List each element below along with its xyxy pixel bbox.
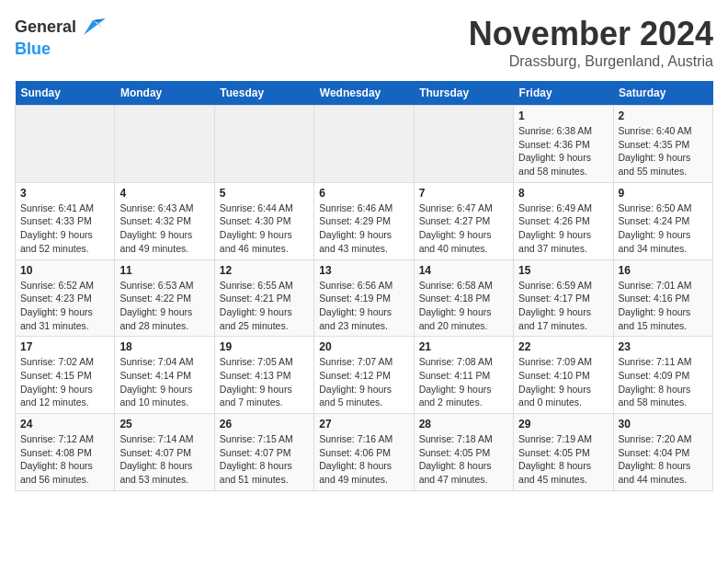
calendar-day-cell bbox=[314, 106, 414, 183]
weekday-header-row: SundayMondayTuesdayWednesdayThursdayFrid… bbox=[16, 81, 713, 106]
day-number: 11 bbox=[119, 264, 209, 277]
day-number: 16 bbox=[619, 264, 708, 277]
calendar-week-row: 24Sunrise: 7:12 AMSunset: 4:08 PMDayligh… bbox=[16, 414, 713, 491]
calendar-day-cell: 14Sunrise: 6:58 AMSunset: 4:18 PMDayligh… bbox=[414, 259, 513, 337]
calendar-day-cell: 22Sunrise: 7:09 AMSunset: 4:10 PMDayligh… bbox=[514, 337, 613, 414]
day-details: Sunrise: 7:01 AMSunset: 4:16 PMDaylight:… bbox=[619, 279, 708, 333]
day-number: 30 bbox=[619, 418, 708, 431]
calendar-day-cell: 24Sunrise: 7:12 AMSunset: 4:08 PMDayligh… bbox=[16, 414, 115, 491]
calendar-day-cell: 2Sunrise: 6:40 AMSunset: 4:35 PMDaylight… bbox=[613, 106, 712, 183]
day-details: Sunrise: 6:47 AMSunset: 4:27 PMDaylight:… bbox=[419, 201, 508, 256]
day-number: 12 bbox=[220, 264, 309, 277]
location-subtitle: Drassburg, Burgenland, Austria bbox=[469, 53, 713, 70]
day-details: Sunrise: 7:14 AMSunset: 4:07 PMDaylight:… bbox=[119, 432, 209, 487]
calendar-day-cell: 25Sunrise: 7:14 AMSunset: 4:07 PMDayligh… bbox=[115, 414, 214, 491]
weekday-header-cell: Monday bbox=[115, 81, 214, 106]
day-details: Sunrise: 7:12 AMSunset: 4:08 PMDaylight:… bbox=[20, 432, 109, 487]
calendar-day-cell: 19Sunrise: 7:05 AMSunset: 4:13 PMDayligh… bbox=[214, 337, 313, 414]
day-details: Sunrise: 6:58 AMSunset: 4:18 PMDaylight:… bbox=[419, 279, 508, 333]
calendar-day-cell: 9Sunrise: 6:50 AMSunset: 4:24 PMDaylight… bbox=[613, 182, 712, 259]
day-details: Sunrise: 7:08 AMSunset: 4:11 PMDaylight:… bbox=[419, 355, 508, 409]
day-number: 26 bbox=[220, 418, 309, 431]
day-number: 25 bbox=[119, 418, 209, 431]
day-details: Sunrise: 7:07 AMSunset: 4:12 PMDaylight:… bbox=[319, 355, 408, 409]
day-details: Sunrise: 6:53 AMSunset: 4:22 PMDaylight:… bbox=[119, 279, 209, 333]
day-details: Sunrise: 7:20 AMSunset: 4:04 PMDaylight:… bbox=[619, 432, 708, 487]
day-details: Sunrise: 7:02 AMSunset: 4:15 PMDaylight:… bbox=[20, 355, 109, 409]
calendar-day-cell bbox=[115, 106, 214, 183]
logo-blue-text: Blue bbox=[15, 40, 106, 59]
calendar-day-cell: 6Sunrise: 6:46 AMSunset: 4:29 PMDaylight… bbox=[314, 182, 414, 259]
day-number: 9 bbox=[619, 187, 708, 200]
day-number: 1 bbox=[518, 109, 608, 122]
day-number: 7 bbox=[419, 187, 508, 200]
day-number: 27 bbox=[319, 418, 408, 431]
day-details: Sunrise: 6:46 AMSunset: 4:29 PMDaylight:… bbox=[319, 201, 408, 256]
day-number: 18 bbox=[119, 340, 209, 353]
weekday-header-cell: Thursday bbox=[414, 81, 513, 106]
day-details: Sunrise: 7:19 AMSunset: 4:05 PMDaylight:… bbox=[518, 432, 608, 487]
calendar-day-cell: 12Sunrise: 6:55 AMSunset: 4:21 PMDayligh… bbox=[214, 259, 313, 337]
calendar-day-cell: 20Sunrise: 7:07 AMSunset: 4:12 PMDayligh… bbox=[314, 337, 414, 414]
day-details: Sunrise: 6:52 AMSunset: 4:23 PMDaylight:… bbox=[20, 279, 109, 333]
day-details: Sunrise: 6:55 AMSunset: 4:21 PMDaylight:… bbox=[220, 279, 309, 333]
calendar-table: SundayMondayTuesdayWednesdayThursdayFrid… bbox=[15, 81, 713, 491]
day-details: Sunrise: 6:44 AMSunset: 4:30 PMDaylight:… bbox=[220, 201, 309, 256]
calendar-day-cell bbox=[414, 106, 513, 183]
calendar-day-cell: 21Sunrise: 7:08 AMSunset: 4:11 PMDayligh… bbox=[414, 337, 513, 414]
day-number: 13 bbox=[319, 264, 408, 277]
calendar-day-cell: 23Sunrise: 7:11 AMSunset: 4:09 PMDayligh… bbox=[613, 337, 712, 414]
day-number: 23 bbox=[619, 340, 708, 353]
day-number: 19 bbox=[220, 340, 309, 353]
logo-bird-icon bbox=[80, 15, 106, 40]
month-title: November 2024 bbox=[469, 15, 713, 53]
calendar-week-row: 1Sunrise: 6:38 AMSunset: 4:36 PMDaylight… bbox=[16, 106, 713, 183]
day-number: 4 bbox=[119, 187, 209, 200]
day-number: 22 bbox=[518, 340, 608, 353]
calendar-day-cell: 18Sunrise: 7:04 AMSunset: 4:14 PMDayligh… bbox=[115, 337, 214, 414]
calendar-day-cell: 5Sunrise: 6:44 AMSunset: 4:30 PMDaylight… bbox=[214, 182, 313, 259]
calendar-day-cell: 26Sunrise: 7:15 AMSunset: 4:07 PMDayligh… bbox=[214, 414, 313, 491]
calendar-day-cell: 15Sunrise: 6:59 AMSunset: 4:17 PMDayligh… bbox=[514, 259, 613, 337]
day-details: Sunrise: 6:59 AMSunset: 4:17 PMDaylight:… bbox=[518, 279, 608, 333]
calendar-week-row: 3Sunrise: 6:41 AMSunset: 4:33 PMDaylight… bbox=[16, 182, 713, 259]
weekday-header-cell: Saturday bbox=[613, 81, 712, 106]
day-details: Sunrise: 6:49 AMSunset: 4:26 PMDaylight:… bbox=[518, 201, 608, 256]
weekday-header-cell: Friday bbox=[514, 81, 613, 106]
header: General Blue November 2024 Drassburg, Bu… bbox=[15, 15, 713, 70]
day-number: 29 bbox=[518, 418, 608, 431]
day-number: 5 bbox=[220, 187, 309, 200]
day-number: 20 bbox=[319, 340, 408, 353]
day-details: Sunrise: 6:43 AMSunset: 4:32 PMDaylight:… bbox=[119, 201, 209, 256]
calendar-week-row: 17Sunrise: 7:02 AMSunset: 4:15 PMDayligh… bbox=[16, 337, 713, 414]
day-number: 8 bbox=[518, 187, 608, 200]
calendar-day-cell: 29Sunrise: 7:19 AMSunset: 4:05 PMDayligh… bbox=[514, 414, 613, 491]
calendar-day-cell bbox=[214, 106, 313, 183]
calendar-day-cell: 4Sunrise: 6:43 AMSunset: 4:32 PMDaylight… bbox=[115, 182, 214, 259]
title-block: November 2024 Drassburg, Burgenland, Aus… bbox=[469, 15, 713, 70]
weekday-header-cell: Wednesday bbox=[314, 81, 414, 106]
day-number: 15 bbox=[518, 264, 608, 277]
calendar-day-cell: 7Sunrise: 6:47 AMSunset: 4:27 PMDaylight… bbox=[414, 182, 513, 259]
calendar-day-cell: 8Sunrise: 6:49 AMSunset: 4:26 PMDaylight… bbox=[514, 182, 613, 259]
calendar-day-cell: 27Sunrise: 7:16 AMSunset: 4:06 PMDayligh… bbox=[314, 414, 414, 491]
calendar-day-cell: 17Sunrise: 7:02 AMSunset: 4:15 PMDayligh… bbox=[16, 337, 115, 414]
day-number: 2 bbox=[619, 109, 708, 122]
calendar-day-cell: 11Sunrise: 6:53 AMSunset: 4:22 PMDayligh… bbox=[115, 259, 214, 337]
day-number: 14 bbox=[419, 264, 508, 277]
logo-general-text: General bbox=[15, 18, 76, 37]
calendar-day-cell: 28Sunrise: 7:18 AMSunset: 4:05 PMDayligh… bbox=[414, 414, 513, 491]
calendar-day-cell: 10Sunrise: 6:52 AMSunset: 4:23 PMDayligh… bbox=[16, 259, 115, 337]
calendar-body: 1Sunrise: 6:38 AMSunset: 4:36 PMDaylight… bbox=[16, 106, 713, 491]
day-number: 3 bbox=[20, 187, 109, 200]
day-details: Sunrise: 7:09 AMSunset: 4:10 PMDaylight:… bbox=[518, 355, 608, 409]
day-number: 21 bbox=[419, 340, 508, 353]
day-details: Sunrise: 6:41 AMSunset: 4:33 PMDaylight:… bbox=[20, 201, 109, 256]
day-number: 17 bbox=[20, 340, 109, 353]
day-number: 28 bbox=[419, 418, 508, 431]
calendar-week-row: 10Sunrise: 6:52 AMSunset: 4:23 PMDayligh… bbox=[16, 259, 713, 337]
day-details: Sunrise: 7:15 AMSunset: 4:07 PMDaylight:… bbox=[220, 432, 309, 487]
calendar-day-cell bbox=[16, 106, 115, 183]
calendar-day-cell: 30Sunrise: 7:20 AMSunset: 4:04 PMDayligh… bbox=[613, 414, 712, 491]
calendar-day-cell: 1Sunrise: 6:38 AMSunset: 4:36 PMDaylight… bbox=[514, 106, 613, 183]
